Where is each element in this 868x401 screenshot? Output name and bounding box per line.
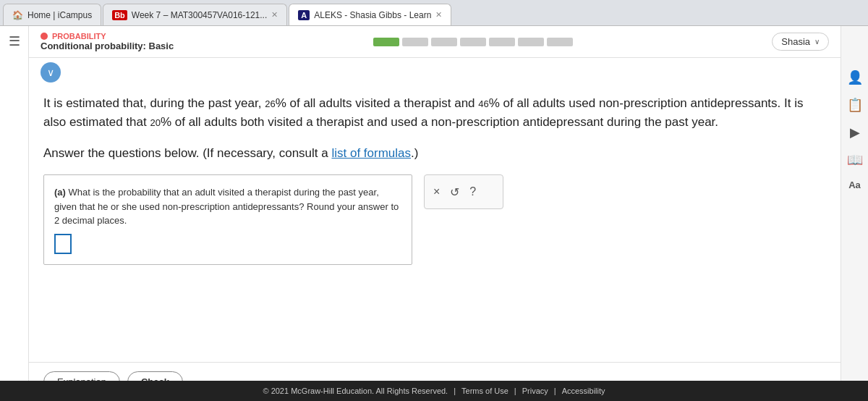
right-sidebar: 👤 📋 ▶ 📖 Aa <box>841 26 868 401</box>
person-icon[interactable]: 👤 <box>847 69 863 85</box>
close-icon[interactable]: × <box>433 185 440 198</box>
header: PROBABILITY Conditional probability: Bas… <box>29 26 841 58</box>
tab-close-aleks[interactable]: ✕ <box>435 10 442 20</box>
progress-seg-5 <box>489 38 515 46</box>
progress-seg-2 <box>402 38 428 46</box>
terms-link[interactable]: Terms of Use <box>461 387 509 395</box>
help-icon[interactable]: ? <box>469 185 476 198</box>
tab-close-blackboard[interactable]: ✕ <box>271 10 278 20</box>
progress-bar <box>373 38 573 46</box>
home-icon: 🏠 <box>12 10 23 20</box>
tab-bar: 🏠 Home | iCampus Bb Week 7 – MAT300457VA… <box>0 0 868 26</box>
chevron-down-icon: ∨ <box>814 38 820 46</box>
content-area: PROBABILITY Conditional probability: Bas… <box>29 26 841 401</box>
user-name: Shasia <box>781 36 810 47</box>
probability-label: PROBABILITY <box>41 32 174 41</box>
collapse-row: ∨ <box>29 58 841 87</box>
progress-seg-6 <box>518 38 544 46</box>
play-icon[interactable]: ▶ <box>850 124 860 140</box>
tab-icampus[interactable]: 🏠 Home | iCampus <box>3 4 101 25</box>
collapse-button[interactable]: ∨ <box>41 62 61 83</box>
tab-blackboard[interactable]: Bb Week 7 – MAT300457VA016-121... ✕ <box>103 4 287 25</box>
progress-seg-3 <box>431 38 457 46</box>
pct-antidepressants: 46 <box>478 98 488 109</box>
problem-text: It is estimated that, during the past ye… <box>43 94 826 132</box>
font-icon[interactable]: Aa <box>848 180 861 190</box>
probability-tag: PROBABILITY <box>52 32 106 41</box>
main-wrapper: ☰ PROBABILITY Conditional probability: B… <box>0 26 868 401</box>
pct-therapist: 26 <box>265 98 275 109</box>
privacy-link[interactable]: Privacy <box>522 387 548 395</box>
progress-seg-7 <box>547 38 573 46</box>
chevron-down-icon: ∨ <box>47 67 54 78</box>
tab-label-icampus: Home | iCampus <box>27 10 92 20</box>
user-menu-button[interactable]: Shasia ∨ <box>772 33 829 51</box>
footer-copyright: © 2021 McGraw-Hill Education. All Rights… <box>263 387 448 395</box>
accessibility-link[interactable]: Accessibility <box>562 387 605 395</box>
sidebar-toggle[interactable]: ☰ <box>0 26 29 401</box>
answer-prompt: Answer the questions below. (If necessar… <box>43 144 826 163</box>
part-a-question: What is the probability that an adult vi… <box>54 187 399 226</box>
question-content: It is estimated that, during the past ye… <box>29 87 841 362</box>
part-a-text: (a) What is the probability that an adul… <box>54 185 401 254</box>
pct-both: 20 <box>150 117 160 128</box>
aleks-icon: A <box>298 10 310 20</box>
bb-icon: Bb <box>112 10 127 20</box>
tab-label-aleks: ALEKS - Shasia Gibbs - Learn <box>314 10 431 20</box>
hamburger-icon[interactable]: ☰ <box>9 35 20 48</box>
part-a-box: (a) What is the probability that an adul… <box>43 174 412 265</box>
tab-aleks[interactable]: A ALEKS - Shasia Gibbs - Learn ✕ <box>289 4 451 25</box>
book-icon[interactable]: 📖 <box>847 152 863 168</box>
part-a-label: (a) What is the probability that an adul… <box>54 187 399 226</box>
tab-label-blackboard: Week 7 – MAT300457VA016-121... <box>132 10 267 20</box>
footer: © 2021 McGraw-Hill Education. All Rights… <box>0 381 868 401</box>
formula-link[interactable]: list of formulas <box>331 146 411 160</box>
progress-seg-4 <box>460 38 486 46</box>
progress-seg-1 <box>373 38 399 46</box>
part-controls: × ↺ ? <box>424 174 503 209</box>
header-left: PROBABILITY Conditional probability: Bas… <box>41 32 174 51</box>
page-subtitle: Conditional probability: Basic <box>41 41 174 51</box>
status-dot <box>41 33 48 40</box>
undo-icon[interactable]: ↺ <box>450 185 459 199</box>
answer-input-field[interactable] <box>56 237 70 250</box>
notebook-icon[interactable]: 📋 <box>847 97 863 113</box>
answer-input-box[interactable] <box>54 234 72 254</box>
